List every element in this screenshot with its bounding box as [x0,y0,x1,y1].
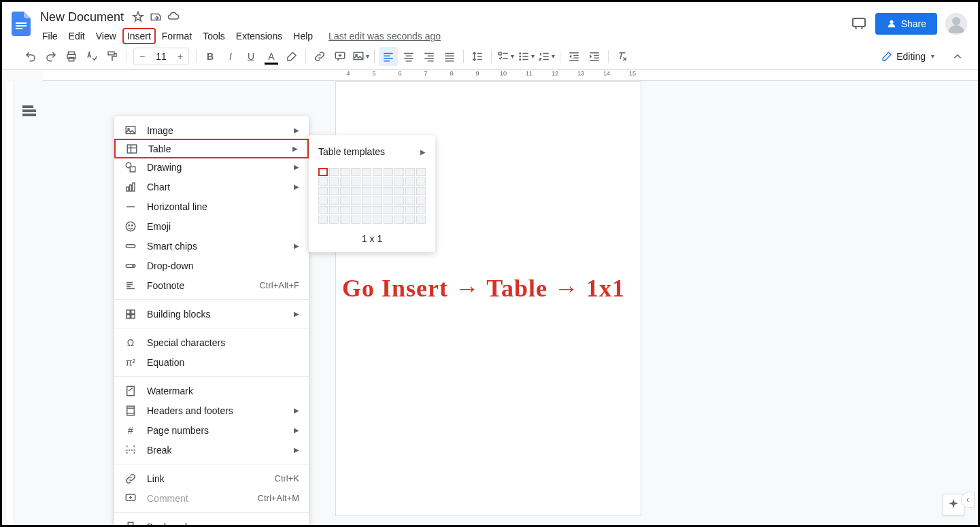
table-grid-cell[interactable] [329,206,339,214]
underline-button[interactable]: U [241,47,260,66]
menu-horizontal-line[interactable]: Horizontal line [114,197,309,216]
align-justify-button[interactable] [440,47,459,66]
table-grid-cell[interactable] [329,197,339,205]
menu-insert[interactable]: Insert [122,28,156,44]
docs-logo[interactable] [7,10,35,37]
table-grid-cell[interactable] [373,197,382,205]
editing-mode-button[interactable]: Editing ▾ [875,48,941,65]
comment-history-icon[interactable] [851,16,867,32]
star-icon[interactable] [132,11,144,23]
table-grid-cell[interactable] [340,187,350,195]
table-grid-cell[interactable] [373,206,382,214]
table-grid-cell[interactable] [394,197,404,205]
menu-headers-footers[interactable]: Headers and footers▶ [114,401,309,420]
table-grid-cell[interactable] [318,177,328,186]
table-grid-cell[interactable] [329,216,339,224]
table-grid-cell[interactable] [351,168,360,176]
table-grid-cell[interactable] [340,177,350,186]
table-grid-cell[interactable] [318,168,328,176]
table-grid-cell[interactable] [416,177,426,186]
font-size-increase[interactable]: + [172,48,188,65]
checklist-button[interactable]: ▾ [496,47,515,66]
table-grid-cell[interactable] [340,206,350,214]
redo-button[interactable] [41,47,61,66]
table-grid-cell[interactable] [384,206,393,214]
doc-title[interactable]: New Document [37,9,126,26]
table-grid-cell[interactable] [318,206,328,214]
menu-watermark[interactable]: Watermark [114,381,309,401]
table-grid-cell[interactable] [351,197,360,205]
insert-link-button[interactable] [310,47,329,66]
font-size-decrease[interactable]: − [134,48,150,65]
insert-comment-button[interactable] [331,47,350,66]
table-grid-cell[interactable] [373,187,382,195]
menu-file[interactable]: File [37,28,63,44]
table-grid-cell[interactable] [362,206,371,214]
table-grid-cell[interactable] [405,187,415,195]
table-size-grid[interactable] [309,163,435,229]
text-color-button[interactable]: A [262,47,281,66]
bold-button[interactable]: B [201,47,220,66]
menu-building-blocks[interactable]: Building blocks▶ [114,304,309,324]
align-right-button[interactable] [420,47,439,66]
table-grid-cell[interactable] [373,177,382,186]
menu-bookmark[interactable]: Bookmark [114,517,309,527]
table-grid-cell[interactable] [416,197,426,205]
last-edit-link[interactable]: Last edit was seconds ago [328,28,441,44]
table-grid-cell[interactable] [384,177,393,186]
table-grid-cell[interactable] [362,197,371,205]
table-grid-cell[interactable] [394,187,404,195]
menu-format[interactable]: Format [157,28,197,44]
increase-indent-button[interactable] [585,47,604,66]
table-grid-cell[interactable] [416,168,426,176]
table-grid-cell[interactable] [416,216,426,224]
decrease-indent-button[interactable] [564,47,584,66]
account-avatar[interactable] [945,13,967,35]
table-grid-cell[interactable] [362,187,371,195]
menu-drawing[interactable]: Drawing▶ [114,157,309,177]
table-grid-cell[interactable] [318,187,328,195]
table-grid-cell[interactable] [405,177,415,186]
table-grid-cell[interactable] [405,197,415,205]
table-grid-cell[interactable] [351,206,360,214]
table-grid-cell[interactable] [318,216,328,224]
table-grid-cell[interactable] [362,168,371,176]
menu-view[interactable]: View [91,28,121,44]
clear-formatting-button[interactable] [613,47,632,66]
italic-button[interactable]: I [221,47,240,66]
outline-icon[interactable] [21,103,37,119]
table-grid-cell[interactable] [351,187,360,195]
side-panel-toggle[interactable]: ‹ [961,492,975,508]
align-left-button[interactable] [379,47,398,66]
table-grid-cell[interactable] [416,206,426,214]
menu-edit[interactable]: Edit [64,28,90,44]
table-grid-cell[interactable] [373,168,382,176]
menu-special-characters[interactable]: ΩSpecial characters [114,333,309,352]
move-icon[interactable] [150,11,162,23]
table-grid-cell[interactable] [329,187,339,195]
table-grid-cell[interactable] [373,216,382,224]
align-center-button[interactable] [399,47,418,66]
menu-smart-chips[interactable]: Smart chips▶ [114,236,309,256]
table-grid-cell[interactable] [394,168,404,176]
paint-format-button[interactable] [103,47,122,66]
bullet-list-button[interactable]: ▾ [516,47,535,66]
menu-footnote[interactable]: FootnoteCtrl+Alt+F [114,275,309,295]
table-grid-cell[interactable] [340,168,350,176]
table-grid-cell[interactable] [394,206,404,214]
menu-break[interactable]: Break▶ [114,440,309,460]
table-grid-cell[interactable] [394,177,404,186]
menu-emoji[interactable]: Emoji [114,216,309,236]
table-grid-cell[interactable] [405,216,415,224]
menu-drop-down[interactable]: Drop-down [114,256,309,275]
menu-tools[interactable]: Tools [198,28,230,44]
menu-extensions[interactable]: Extensions [231,28,287,44]
table-grid-cell[interactable] [384,187,393,195]
table-grid-cell[interactable] [340,216,350,224]
numbered-list-button[interactable]: ▾ [537,47,556,66]
horizontal-ruler[interactable]: 456789101112131415 [43,70,978,81]
menu-help[interactable]: Help [288,28,318,44]
table-grid-cell[interactable] [384,197,393,205]
table-grid-cell[interactable] [318,197,328,205]
table-grid-cell[interactable] [384,168,393,176]
